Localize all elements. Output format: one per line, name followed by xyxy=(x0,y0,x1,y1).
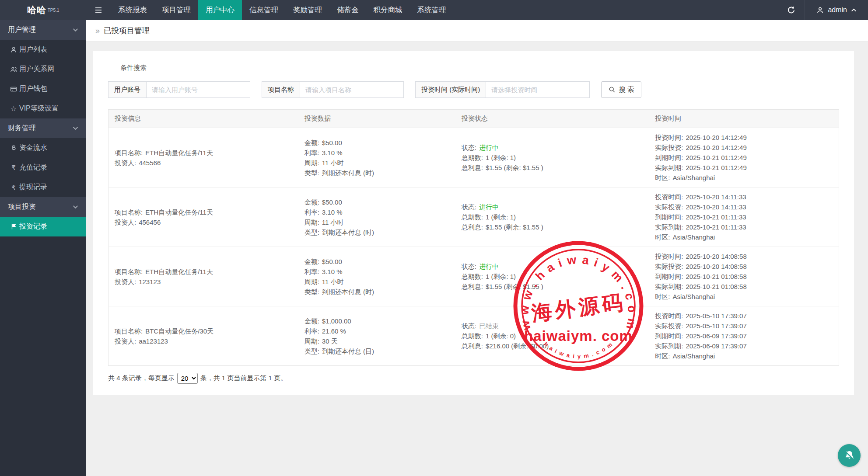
due-time: 2025-06-09 17:39:07 xyxy=(686,332,746,340)
bitcoin-icon xyxy=(8,145,19,151)
project-name: ETH自动量化任务/11天 xyxy=(145,208,213,216)
tab-savings[interactable]: 储蓄金 xyxy=(329,0,366,20)
menu-icon xyxy=(94,6,103,14)
table-row: 项目名称:BTC自动量化任务/30天 投资人:aa123123 金额:$1,00… xyxy=(108,306,839,366)
total-interest: $216.00 (剩余: $0.00) xyxy=(486,342,549,350)
sidebar-group-finance-manage[interactable]: 财务管理 xyxy=(0,118,86,138)
chevron-down-icon xyxy=(73,28,78,32)
search-fieldset: 条件搜索 用户账号 项目名称 xyxy=(108,68,839,98)
field-input[interactable] xyxy=(486,81,590,98)
refresh-button[interactable] xyxy=(777,0,805,20)
status-badge: 进行中 xyxy=(479,263,499,270)
notifications-mute-button[interactable] xyxy=(838,444,861,467)
tab-user-center[interactable]: 用户中心 xyxy=(198,0,242,20)
sidebar-group-project-invest[interactable]: 项目投资 xyxy=(0,197,86,217)
cell-invest-status: 状态:进行中 总期数:1 (剩余: 1) 总利息:$1.55 (剩余: $1.5… xyxy=(455,247,649,306)
amount: $50.00 xyxy=(322,198,342,206)
tab-system-report[interactable]: 系统报表 xyxy=(111,0,154,20)
field-input[interactable] xyxy=(300,81,404,98)
payback-type: 到期还本付息 (时) xyxy=(322,288,374,295)
sidebar-item-user-wallet[interactable]: 用户钱包 xyxy=(0,79,86,99)
breadcrumb: » 已投项目管理 xyxy=(86,20,868,42)
sidebar-item-user-list[interactable]: 用户列表 xyxy=(0,40,86,59)
payback-type: 到期还本付息 (时) xyxy=(322,229,374,236)
invest-time-field: 投资时间 (实际时间) xyxy=(415,81,590,98)
chevron-down-icon xyxy=(73,205,78,209)
sidebar-item-user-network[interactable]: 用户关系网 xyxy=(0,59,86,79)
page-title: 已投项目管理 xyxy=(104,25,150,36)
pagination-suffix: 条，共 1 页当前显示第 1 页。 xyxy=(200,374,287,382)
project-name: ETH自动量化任务/11天 xyxy=(145,149,213,156)
actual-due-time: 2025-06-09 17:39:07 xyxy=(686,342,746,350)
cell-invest-status: 状态:进行中 总期数:1 (剩余: 1) 总利息:$1.55 (剩余: $1.5… xyxy=(455,188,649,247)
total-periods: 1 (剩余: 0) xyxy=(486,332,516,340)
sidebar-toggle-button[interactable] xyxy=(86,0,111,20)
tab-reward-manage[interactable]: 奖励管理 xyxy=(286,0,329,20)
amount: $50.00 xyxy=(322,139,342,146)
project-name-field: 项目名称 xyxy=(262,81,404,98)
cell-invest-info: 项目名称:ETH自动量化任务/11天 投资人:456456 xyxy=(108,188,298,247)
tab-project-manage[interactable]: 项目管理 xyxy=(154,0,198,20)
brand-name: 哈哈 xyxy=(27,4,46,16)
tab-system-manage[interactable]: 系统管理 xyxy=(410,0,454,20)
brand-version: TP5.1 xyxy=(48,8,60,13)
investor: 123123 xyxy=(139,278,161,285)
sidebar: 用户管理 用户列表 用户关系网 用户钱包 ☆ xyxy=(0,20,86,476)
cell-invest-info: 项目名称:ETH自动量化任务/11天 投资人:123123 xyxy=(108,247,298,306)
timezone: Asia/Shanghai xyxy=(672,293,715,300)
topbar-right: admin xyxy=(777,0,868,20)
username: admin xyxy=(828,6,847,14)
page-size-select[interactable]: 20 xyxy=(177,373,198,384)
header-invest-info: 投资信息 xyxy=(108,110,298,128)
flag-icon xyxy=(8,223,19,230)
actual-due-time: 2025-10-21 01:11:33 xyxy=(686,223,746,231)
field-label: 投资时间 (实际时间) xyxy=(415,81,486,98)
sidebar-menu: 用户管理 用户列表 用户关系网 用户钱包 ☆ xyxy=(0,20,86,236)
due-time: 2025-10-21 01:12:49 xyxy=(686,154,746,161)
sidebar-item-label: 提现记录 xyxy=(19,183,47,192)
total-interest: $1.55 (剩余: $1.55 ) xyxy=(486,223,543,231)
header-invest-data: 投资数据 xyxy=(298,110,455,128)
search-button[interactable]: 搜 索 xyxy=(601,81,641,98)
actual-invest-time: 2025-05-10 17:39:07 xyxy=(686,322,746,330)
cell-invest-data: 金额:$50.00 利率:3.10 % 周期:11 小时 类型:到期还本付息 (… xyxy=(298,188,455,247)
sidebar-item-fund-flow[interactable]: 资金流水 xyxy=(0,138,86,158)
header-invest-status: 投资状态 xyxy=(455,110,649,128)
invest-time: 2025-10-20 14:11:33 xyxy=(686,193,746,201)
sidebar-item-label: 用户管理 xyxy=(8,25,36,35)
cell-invest-time: 投资时间:2025-05-10 17:39:07 实际投资:2025-05-10… xyxy=(649,306,839,366)
field-input[interactable] xyxy=(146,81,250,98)
invest-time: 2025-10-20 14:12:49 xyxy=(686,134,746,141)
total-periods: 1 (剩余: 1) xyxy=(486,213,516,221)
rate: 3.10 % xyxy=(322,208,343,216)
cell-invest-status: 状态:已结束 总期数:1 (剩余: 0) 总利息:$216.00 (剩余: $0… xyxy=(455,306,649,366)
payback-type: 到期还本付息 (时) xyxy=(322,169,374,177)
main-content: » 已投项目管理 条件搜索 用户账号 项目名称 xyxy=(86,20,868,476)
tab-info-manage[interactable]: 信息管理 xyxy=(242,0,286,20)
user-menu[interactable]: admin xyxy=(805,0,868,20)
rate: 21.60 % xyxy=(322,327,346,335)
due-time: 2025-10-21 01:08:58 xyxy=(686,273,746,280)
sidebar-item-vip-level[interactable]: ☆ VIP等级设置 xyxy=(0,99,86,118)
table-row: 项目名称:ETH自动量化任务/11天 投资人:456456 金额:$50.00 … xyxy=(108,188,839,247)
sidebar-item-label: 用户关系网 xyxy=(19,65,54,74)
table-row: 项目名称:ETH自动量化任务/11天 投资人:445566 金额:$50.00 … xyxy=(108,128,839,188)
tab-points-mall[interactable]: 积分商城 xyxy=(366,0,410,20)
investments-table: 投资信息 投资数据 投资状态 投资时间 项目名称:ETH自动量化任务/11天 投… xyxy=(108,109,839,366)
period: 11 小时 xyxy=(322,159,344,167)
sidebar-item-withdraw-record[interactable]: ₹ 提现记录 xyxy=(0,177,86,197)
sidebar-group-user-manage[interactable]: 用户管理 xyxy=(0,20,86,40)
star-icon: ☆ xyxy=(8,104,19,113)
timezone: Asia/Shanghai xyxy=(672,174,715,181)
app-logo: 哈哈 TP5.1 xyxy=(0,0,86,20)
status-badge: 进行中 xyxy=(479,144,499,151)
actual-invest-time: 2025-10-20 14:12:49 xyxy=(686,144,746,151)
sidebar-item-label: 投资记录 xyxy=(19,222,47,231)
sidebar-item-recharge-record[interactable]: ₹ 充值记录 xyxy=(0,158,86,177)
status-badge: 进行中 xyxy=(479,203,499,211)
sidebar-item-invest-record[interactable]: 投资记录 xyxy=(0,217,86,236)
total-periods: 1 (剩余: 1) xyxy=(486,154,516,161)
pagination: 共 4 条记录，每页显示 20 条，共 1 页当前显示第 1 页。 xyxy=(108,373,839,384)
table-row: 项目名称:ETH自动量化任务/11天 投资人:123123 金额:$50.00 … xyxy=(108,247,839,306)
users-icon xyxy=(8,66,19,73)
